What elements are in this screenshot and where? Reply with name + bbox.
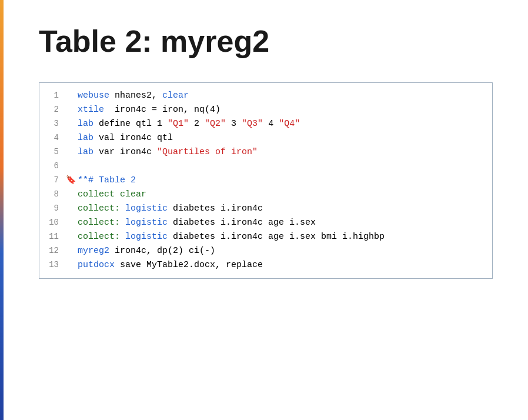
code-text-4: lab val iron4c qtl xyxy=(78,131,492,145)
slide-container: Table 2: myreg2 1 webuse nhanes2, clear … xyxy=(0,0,528,420)
slide-content: Table 2: myreg2 1 webuse nhanes2, clear … xyxy=(4,0,528,420)
code-text-13: putdocx save MyTable2.docx, replace xyxy=(78,258,492,272)
code-line-6: 6 xyxy=(39,159,492,174)
code-text-5: lab var iron4c "Quartiles of iron" xyxy=(78,145,492,159)
code-line-1: 1 webuse nhanes2, clear xyxy=(39,89,492,103)
code-line-13: 13 putdocx save MyTable2.docx, replace xyxy=(39,258,492,272)
line-number-8: 8 xyxy=(39,188,66,201)
line-marker-7: 🔖 xyxy=(66,174,78,188)
code-line-3: 3 lab define qtl 1 "Q1" 2 "Q2" 3 "Q3" 4 … xyxy=(39,117,492,131)
code-text-3: lab define qtl 1 "Q1" 2 "Q2" 3 "Q3" 4 "Q… xyxy=(78,117,492,131)
code-text-6 xyxy=(78,159,492,174)
line-number-4: 4 xyxy=(39,131,66,144)
code-line-11: 11 collect: logistic diabetes i.iron4c a… xyxy=(39,230,492,244)
code-line-12: 12 myreg2 iron4c, dp(2) ci(-) xyxy=(39,244,492,258)
code-text-1: webuse nhanes2, clear xyxy=(78,89,492,103)
code-text-7: **# Table 2 xyxy=(78,174,492,188)
code-line-4: 4 lab val iron4c qtl xyxy=(39,131,492,145)
code-text-9: collect: logistic diabetes i.iron4c xyxy=(78,202,492,216)
code-line-9: 9 collect: logistic diabetes i.iron4c xyxy=(39,202,492,216)
line-number-5: 5 xyxy=(39,145,66,158)
left-accent-bar xyxy=(0,0,4,420)
line-number-1: 1 xyxy=(39,89,66,102)
code-text-12: myreg2 iron4c, dp(2) ci(-) xyxy=(78,244,492,258)
line-number-11: 11 xyxy=(39,230,66,243)
line-number-12: 12 xyxy=(39,244,66,257)
code-line-7: 7 🔖 **# Table 2 xyxy=(39,174,492,188)
code-text-11: collect: logistic diabetes i.iron4c age … xyxy=(78,230,492,244)
line-number-6: 6 xyxy=(39,159,66,172)
code-line-2: 2 xtile iron4c = iron, nq(4) xyxy=(39,103,492,117)
code-block: 1 webuse nhanes2, clear 2 xtile iron4c =… xyxy=(39,82,493,279)
code-line-10: 10 collect: logistic diabetes i.iron4c a… xyxy=(39,216,492,230)
code-text-2: xtile iron4c = iron, nq(4) xyxy=(78,103,492,117)
code-line-8: 8 collect clear xyxy=(39,188,492,202)
code-text-10: collect: logistic diabetes i.iron4c age … xyxy=(78,216,492,230)
line-number-3: 3 xyxy=(39,117,66,130)
code-text-8: collect clear xyxy=(78,188,492,202)
line-number-10: 10 xyxy=(39,216,66,229)
bookmark-icon: 🔖 xyxy=(66,175,76,185)
slide-title: Table 2: myreg2 xyxy=(39,24,493,59)
code-line-5: 5 lab var iron4c "Quartiles of iron" xyxy=(39,145,492,159)
line-number-9: 9 xyxy=(39,202,66,215)
line-number-13: 13 xyxy=(39,258,66,271)
line-number-2: 2 xyxy=(39,103,66,116)
line-number-7: 7 xyxy=(39,174,66,186)
